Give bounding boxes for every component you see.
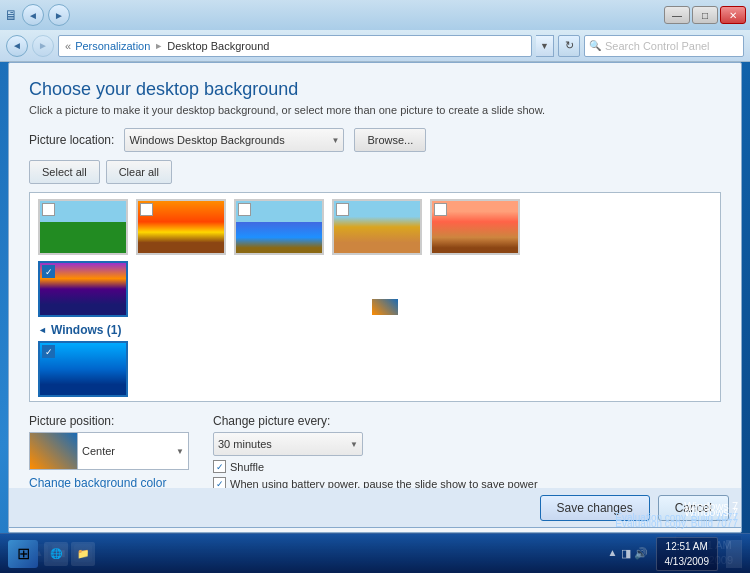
- thumbnail-7[interactable]: ✓: [38, 341, 128, 397]
- show-desktop-button[interactable]: [726, 540, 742, 568]
- clear-all-button[interactable]: Clear all: [106, 160, 172, 184]
- section-windows-header[interactable]: ◄ Windows (1): [38, 323, 712, 337]
- taskbar-quick-launch: 🌐 📁: [44, 542, 95, 566]
- thumb-container-1: [38, 199, 128, 255]
- windows-row: ✓: [38, 341, 712, 397]
- taskbar-bottom: ⊞ 🌐 📁 ▲ ◨ 🔊 12:51 AM 4/13/2009: [0, 533, 750, 573]
- thumb-checkbox-7[interactable]: ✓: [42, 345, 55, 358]
- maximize-button[interactable]: □: [692, 6, 718, 24]
- minimize-button[interactable]: —: [664, 6, 690, 24]
- thumb-checkbox-6[interactable]: ✓: [42, 265, 55, 278]
- thumb-checkbox-2[interactable]: [140, 203, 153, 216]
- bottom-controls: Picture position: Center ▼ Change backgr…: [29, 414, 721, 494]
- taskbar-icon-folder[interactable]: 📁: [71, 542, 95, 566]
- browse-button[interactable]: Browse...: [354, 128, 426, 152]
- main-panel: Choose your desktop background Click a p…: [8, 62, 742, 533]
- shuffle-row: ✓ Shuffle: [213, 460, 721, 473]
- change-picture-section: Change picture every: 30 minutes ▼ ✓ Shu…: [213, 414, 721, 494]
- interval-dropdown-arrow: ▼: [350, 440, 358, 449]
- refresh-button[interactable]: ↻: [558, 35, 580, 57]
- tray-arrow-icon[interactable]: ▲: [608, 547, 618, 560]
- breadcrumb-personalization[interactable]: Personalization: [75, 40, 150, 52]
- close-button[interactable]: ✕: [720, 6, 746, 24]
- title-bar-left: 🖥 ◄ ►: [4, 4, 664, 26]
- page-subtitle: Click a picture to make it your desktop …: [29, 104, 721, 116]
- thumb-container-4: [332, 199, 422, 255]
- search-placeholder: Search Control Panel: [605, 40, 710, 52]
- select-all-label: Select all: [42, 166, 87, 178]
- thumb-checkbox-1[interactable]: [42, 203, 55, 216]
- breadcrumb-home-icon: «: [65, 40, 71, 52]
- taskbar-time: 12:51 AM: [665, 539, 710, 554]
- position-value: Center: [82, 445, 115, 457]
- location-value: Windows Desktop Backgrounds: [129, 134, 284, 146]
- breadcrumb-separator: ►: [154, 41, 163, 51]
- search-icon: 🔍: [589, 40, 601, 51]
- window-controls: — □ ✕: [664, 6, 746, 24]
- section-windows-label: Windows (1): [51, 323, 122, 337]
- position-dropdown[interactable]: Center ▼: [78, 433, 188, 469]
- thumb-checkbox-5[interactable]: [434, 203, 447, 216]
- location-row: Picture location: Windows Desktop Backgr…: [29, 128, 721, 152]
- thumbnail-5[interactable]: [430, 199, 520, 255]
- shuffle-label: Shuffle: [230, 461, 264, 473]
- action-buttons: Select all Clear all: [29, 160, 721, 184]
- position-dropdown-arrow: ▼: [176, 447, 184, 456]
- thumb-container-5: [430, 199, 520, 255]
- section-triangle: ◄: [38, 325, 47, 335]
- thumb-checkbox-3[interactable]: [238, 203, 251, 216]
- interval-value: 30 minutes: [218, 438, 272, 450]
- thumbnail-2[interactable]: [136, 199, 226, 255]
- title-bar: 🖥 ◄ ► — □ ✕: [0, 0, 750, 30]
- thumbnail-4[interactable]: [332, 199, 422, 255]
- position-selector[interactable]: Center ▼: [29, 432, 189, 470]
- position-preview-thumb: [30, 433, 78, 469]
- thumb-checkbox-4[interactable]: [336, 203, 349, 216]
- nav-back-button[interactable]: ◄: [22, 4, 44, 26]
- address-bar: ◄ ► « Personalization ► Desktop Backgrou…: [0, 30, 750, 62]
- thumb-container-2: [136, 199, 226, 255]
- address-path: « Personalization ► Desktop Background: [58, 35, 532, 57]
- location-dropdown-arrow: ▼: [331, 136, 339, 145]
- win7-branding: Windows 7 Evaluation copy. Build 7077: [615, 506, 738, 529]
- select-all-button[interactable]: Select all: [29, 160, 100, 184]
- thumb-container-3: [234, 199, 324, 255]
- taskbar-clock[interactable]: 12:51 AM 4/13/2009: [656, 537, 719, 571]
- interval-dropdown[interactable]: 30 minutes ▼: [213, 432, 363, 456]
- taskbar-right: ▲ ◨ 🔊 12:51 AM 4/13/2009: [608, 537, 742, 571]
- browse-label: Browse...: [367, 134, 413, 146]
- thumbnail-6[interactable]: ✓: [38, 261, 128, 317]
- thumb-container-7: ✓: [38, 341, 128, 397]
- address-forward-button[interactable]: ►: [32, 35, 54, 57]
- address-dropdown-button[interactable]: ▼: [536, 35, 554, 57]
- position-label: Picture position:: [29, 414, 189, 428]
- start-button[interactable]: ⊞: [8, 540, 38, 568]
- shuffle-checkbox[interactable]: ✓: [213, 460, 226, 473]
- tray-volume-icon[interactable]: 🔊: [634, 547, 648, 560]
- location-label: Picture location:: [29, 133, 114, 147]
- position-section: Picture position: Center ▼ Change backgr…: [29, 414, 189, 490]
- change-picture-label: Change picture every:: [213, 414, 721, 428]
- thumb-container-6: ✓: [38, 261, 128, 317]
- landscape-row: [38, 199, 712, 255]
- thumbnail-1[interactable]: [38, 199, 128, 255]
- search-box[interactable]: 🔍 Search Control Panel: [584, 35, 744, 57]
- system-tray-icons: ▲ ◨ 🔊: [608, 547, 648, 560]
- tray-network-icon[interactable]: ◨: [621, 547, 631, 560]
- taskbar-icon-ie[interactable]: 🌐: [44, 542, 68, 566]
- address-back-button[interactable]: ◄: [6, 35, 28, 57]
- taskbar-date: 4/13/2009: [665, 554, 710, 569]
- taskbar-left: ⊞ 🌐 📁: [8, 540, 95, 568]
- win7-title: Windows 7: [615, 506, 738, 518]
- breadcrumb-current: Desktop Background: [167, 40, 269, 52]
- page-title: Choose your desktop background: [29, 79, 721, 100]
- window-icon: 🖥: [4, 7, 18, 23]
- nav-forward-button[interactable]: ►: [48, 4, 70, 26]
- clear-all-label: Clear all: [119, 166, 159, 178]
- location-dropdown[interactable]: Windows Desktop Backgrounds ▼: [124, 128, 344, 152]
- win7-eval: Evaluation copy. Build 7077: [615, 518, 738, 529]
- thumbnail-3[interactable]: [234, 199, 324, 255]
